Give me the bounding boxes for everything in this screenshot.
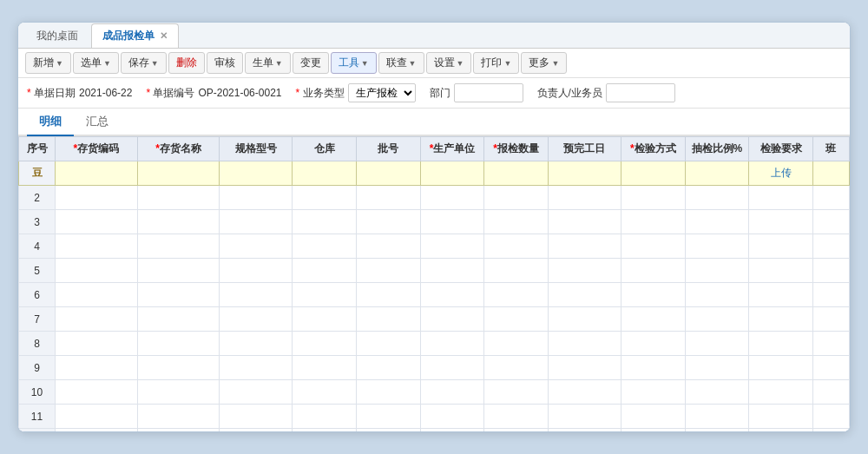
cell-shift[interactable] — [812, 210, 849, 234]
cell-shift[interactable] — [812, 259, 849, 283]
cell-inspmethod[interactable] — [621, 161, 686, 186]
cell-batch[interactable] — [357, 307, 421, 332]
cell-inspreq[interactable] — [749, 210, 813, 234]
cell-warehouse[interactable] — [293, 307, 357, 332]
cell-produnit[interactable] — [420, 332, 484, 356]
cell-inspreq[interactable] — [749, 259, 813, 283]
cell-inspmethod[interactable] — [621, 332, 686, 356]
cell-itemcode[interactable] — [56, 429, 138, 432]
cell-inspmethod[interactable] — [621, 356, 686, 380]
cell-produnit[interactable] — [420, 161, 484, 186]
tab-mydesk[interactable]: 我的桌面 — [25, 23, 89, 48]
cell-batch[interactable] — [357, 380, 421, 405]
cell-produnit[interactable] — [420, 186, 484, 210]
cell-shift[interactable] — [812, 307, 849, 332]
cell-shift[interactable] — [812, 405, 849, 429]
cell-inspmethod[interactable] — [621, 380, 686, 405]
save-button[interactable]: 保存 ▼ — [121, 52, 167, 74]
cell-inspreq[interactable] — [749, 186, 813, 210]
cell-qty[interactable] — [484, 234, 549, 259]
cell-produnit[interactable] — [420, 307, 484, 332]
subtab-summary[interactable]: 汇总 — [74, 109, 121, 136]
cell-inspmethod[interactable] — [621, 186, 686, 210]
cell-warehouse[interactable] — [293, 186, 357, 210]
cell-spec[interactable] — [220, 405, 293, 429]
cell-batch[interactable] — [357, 405, 421, 429]
cell-produnit[interactable] — [420, 380, 484, 405]
cell-inspmethod[interactable] — [621, 259, 686, 283]
cell-warehouse[interactable] — [293, 234, 357, 259]
cell-warehouse[interactable] — [293, 405, 357, 429]
cell-inspmethod[interactable] — [621, 283, 686, 307]
cell-produnit[interactable] — [420, 283, 484, 307]
cell-qty[interactable] — [484, 283, 549, 307]
select-button[interactable]: 选单 ▼ — [73, 52, 119, 74]
cell-qty[interactable] — [484, 356, 549, 380]
cell-produnit[interactable] — [420, 356, 484, 380]
cell-sampleratio[interactable] — [685, 307, 749, 332]
cell-batch[interactable] — [357, 429, 421, 432]
cell-warehouse[interactable] — [293, 380, 357, 405]
cell-qty[interactable] — [484, 307, 549, 332]
cell-estdate[interactable] — [548, 380, 621, 405]
cell-itemname[interactable] — [137, 283, 220, 307]
cell-itemcode[interactable] — [56, 234, 138, 259]
cell-spec[interactable] — [220, 429, 293, 432]
cell-inspreq[interactable] — [749, 405, 813, 429]
cell-inspreq[interactable] — [749, 283, 813, 307]
cell-estdate[interactable] — [548, 283, 621, 307]
cell-shift[interactable] — [812, 234, 849, 259]
cell-warehouse[interactable] — [293, 332, 357, 356]
audit-button[interactable]: 审核 — [207, 52, 243, 74]
cell-inspreq[interactable] — [749, 307, 813, 332]
cell-produnit[interactable] — [420, 429, 484, 432]
cell-spec[interactable] — [220, 307, 293, 332]
cell-qty[interactable] — [484, 332, 549, 356]
cell-estdate[interactable] — [548, 332, 621, 356]
cell-sampleratio[interactable] — [685, 234, 749, 259]
cell-shift[interactable] — [812, 332, 849, 356]
cell-estdate[interactable] — [548, 161, 621, 186]
cell-inspreq[interactable] — [749, 234, 813, 259]
cell-inspreq[interactable] — [749, 332, 813, 356]
cell-produnit[interactable] — [420, 405, 484, 429]
cell-qty[interactable] — [484, 186, 549, 210]
cell-itemname[interactable] — [137, 307, 220, 332]
cell-estdate[interactable] — [548, 186, 621, 210]
cell-inspreq[interactable] — [749, 429, 813, 432]
cell-batch[interactable] — [357, 210, 421, 234]
cell-estdate[interactable] — [548, 259, 621, 283]
cell-itemcode[interactable] — [56, 210, 138, 234]
cell-inspmethod[interactable] — [621, 210, 686, 234]
cell-shift[interactable] — [812, 429, 849, 432]
generate-button[interactable]: 生单 ▼ — [245, 52, 291, 74]
cell-estdate[interactable] — [548, 429, 621, 432]
cell-itemcode[interactable] — [56, 161, 138, 186]
cell-estdate[interactable] — [548, 210, 621, 234]
cell-warehouse[interactable] — [293, 259, 357, 283]
cell-warehouse[interactable] — [293, 429, 357, 432]
biztype-select[interactable]: 生产报检 — [348, 83, 416, 102]
cell-itemname[interactable] — [137, 161, 220, 186]
cell-itemcode[interactable] — [56, 307, 138, 332]
cell-sampleratio[interactable] — [685, 332, 749, 356]
cell-inspreq[interactable] — [749, 356, 813, 380]
cell-spec[interactable] — [220, 210, 293, 234]
cell-batch[interactable] — [357, 259, 421, 283]
cell-inspmethod[interactable] — [621, 307, 686, 332]
cell-itemcode[interactable] — [56, 259, 138, 283]
cell-qty[interactable] — [484, 429, 549, 432]
cell-batch[interactable] — [357, 161, 421, 186]
person-input[interactable] — [606, 83, 675, 102]
cell-estdate[interactable] — [548, 307, 621, 332]
cell-itemcode[interactable] — [56, 405, 138, 429]
cell-qty[interactable] — [484, 380, 549, 405]
cell-produnit[interactable] — [420, 210, 484, 234]
tab-report[interactable]: 成品报检单 ✕ — [91, 23, 179, 48]
cell-qty[interactable] — [484, 259, 549, 283]
more-button[interactable]: 更多 ▼ — [521, 52, 567, 74]
contact-button[interactable]: 联查 ▼ — [378, 52, 424, 74]
cell-produnit[interactable] — [420, 259, 484, 283]
cell-qty[interactable] — [484, 210, 549, 234]
upload-link[interactable]: 上传 — [771, 167, 792, 179]
